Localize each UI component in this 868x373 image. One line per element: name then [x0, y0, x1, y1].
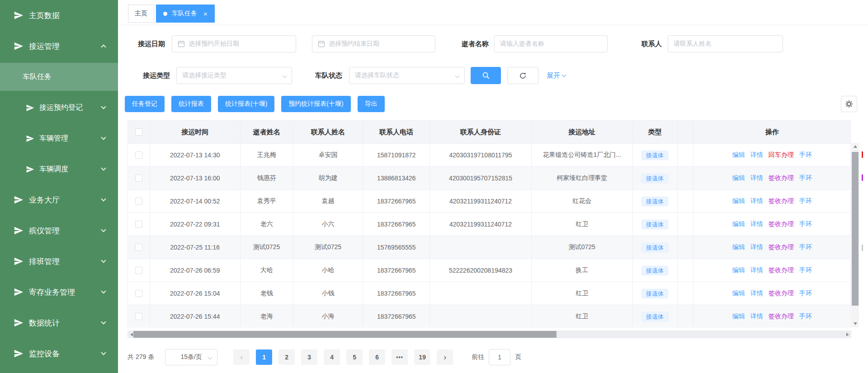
horizontal-scrollbar[interactable] — [127, 331, 851, 338]
wristband-link[interactable]: 手环 — [799, 266, 812, 274]
edit-link[interactable]: 编辑 — [732, 312, 745, 321]
edit-link[interactable]: 编辑 — [732, 197, 745, 205]
edit-link[interactable]: 编辑 — [732, 220, 745, 228]
wristband-link[interactable]: 手环 — [799, 151, 812, 159]
fleet-status-select[interactable]: 请选择车队状态 — [349, 67, 465, 84]
cell-deceased-name: 袁秀平 — [241, 190, 293, 212]
sidebar-item-业务大厅[interactable]: 业务大厅 — [0, 184, 118, 215]
contact-filter-label: 联系人 — [642, 40, 662, 48]
process-link[interactable]: 签收办理 — [769, 289, 794, 297]
page-button-6[interactable]: 6 — [369, 349, 385, 365]
date-end-input[interactable]: 选择预约结束日期 — [312, 35, 435, 52]
wristband-link[interactable]: 手环 — [799, 220, 812, 228]
prev-page-button[interactable]: ‹ — [233, 349, 250, 365]
refresh-button[interactable] — [507, 67, 538, 84]
detail-link[interactable]: 详情 — [750, 220, 763, 228]
page-button-3[interactable]: 3 — [301, 349, 317, 365]
page-button-1[interactable]: 1 — [256, 349, 272, 365]
tab-fleet-task[interactable]: 车队任务 × — [156, 5, 215, 23]
edit-link[interactable]: 编辑 — [732, 243, 745, 251]
edit-link[interactable]: 编辑 — [732, 266, 745, 274]
edit-link[interactable]: 编辑 — [732, 174, 745, 182]
goto-page-input[interactable] — [489, 349, 510, 365]
process-link[interactable]: 回车办理 — [769, 151, 794, 159]
scroll-up-button[interactable] — [851, 143, 859, 150]
row-checkbox[interactable] — [135, 198, 142, 205]
chevron-down-icon — [101, 319, 106, 324]
next-page-button[interactable]: › — [437, 349, 453, 365]
page-button-4[interactable]: 4 — [324, 349, 340, 365]
vertical-scrollbar-thumb[interactable] — [852, 152, 859, 306]
sidebar-item-监控设备[interactable]: 监控设备 — [0, 338, 118, 369]
sidebar-item-排班管理[interactable]: 排班管理 — [0, 246, 118, 277]
sidebar-item-车辆管理[interactable]: 车辆管理 — [0, 123, 118, 154]
page-ellipsis[interactable]: ••• — [392, 349, 408, 365]
sidebar-item-寄存业务管理[interactable]: 寄存业务管理 — [0, 277, 118, 307]
search-button[interactable] — [471, 67, 501, 84]
sidebar-item-接运预约登记[interactable]: 接运预约登记 — [0, 92, 118, 123]
sidebar-item-label: 业务大厅 — [29, 195, 60, 205]
row-checkbox[interactable] — [135, 175, 142, 182]
sidebar-item-殡仪管理[interactable]: 殡仪管理 — [0, 215, 118, 246]
row-checkbox[interactable] — [135, 267, 142, 274]
detail-link[interactable]: 详情 — [750, 312, 763, 321]
process-link[interactable]: 签收办理 — [769, 220, 794, 228]
paper-plane-icon — [26, 104, 34, 112]
column-settings-button[interactable] — [841, 96, 857, 112]
process-link[interactable]: 签收办理 — [769, 266, 794, 274]
pickup-type-select[interactable]: 请选择接运类型 — [176, 67, 292, 84]
cell-pickup-address: 换工 — [532, 259, 633, 282]
close-tab-icon[interactable]: × — [203, 10, 208, 18]
wristband-link[interactable]: 手环 — [799, 174, 812, 182]
page-button-19[interactable]: 19 — [414, 349, 430, 365]
contact-name-input[interactable]: 请联系人姓名 — [668, 35, 783, 52]
sidebar-item-数据统计[interactable]: 数据统计 — [0, 307, 118, 338]
cell-pickup-time: 2022-07-14 00:52 — [150, 190, 241, 212]
toolbar-button-导出[interactable]: 导出 — [358, 96, 385, 112]
detail-link[interactable]: 详情 — [750, 197, 763, 205]
vertical-scrollbar[interactable] — [851, 143, 859, 327]
detail-link[interactable]: 详情 — [750, 174, 763, 182]
process-link[interactable]: 签收办理 — [769, 312, 794, 321]
process-link[interactable]: 签收办理 — [769, 243, 794, 251]
toolbar-button-统计报表[interactable]: 统计报表 — [171, 96, 211, 112]
wristband-link[interactable]: 手环 — [799, 289, 812, 297]
wristband-link[interactable]: 手环 — [799, 243, 812, 251]
sidebar-item-车队任务[interactable]: 车队任务 — [0, 63, 118, 91]
page-button-5[interactable]: 5 — [346, 349, 363, 365]
deceased-name-input[interactable]: 请输入逝者名称 — [494, 35, 608, 52]
scroll-right-button[interactable] — [844, 331, 851, 338]
expand-filters-link[interactable]: 展开 — [547, 71, 566, 80]
process-link[interactable]: 签收办理 — [769, 197, 794, 205]
detail-link[interactable]: 详情 — [750, 243, 763, 251]
date-end-placeholder: 选择预约结束日期 — [329, 40, 379, 48]
page-button-2[interactable]: 2 — [278, 349, 295, 365]
cell-pickup-address: 测试0725 — [532, 236, 633, 259]
sidebar-item-车辆调度[interactable]: 车辆调度 — [0, 154, 118, 184]
tab-home[interactable]: 主页 — [128, 5, 154, 23]
select-all-checkbox[interactable] — [135, 128, 142, 136]
sidebar-item-接运管理[interactable]: 接运管理 — [0, 31, 118, 61]
detail-link[interactable]: 详情 — [750, 151, 763, 159]
toolbar-button-预约统计报表(十堰)[interactable]: 预约统计报表(十堰) — [281, 96, 350, 112]
row-checkbox[interactable] — [135, 313, 142, 320]
row-checkbox[interactable] — [135, 151, 142, 159]
toolbar-button-任务登记[interactable]: 任务登记 — [125, 96, 165, 112]
sidebar-item-主页数据[interactable]: 主页数据 — [0, 0, 118, 31]
process-link[interactable]: 签收办理 — [769, 174, 794, 182]
detail-link[interactable]: 详情 — [750, 266, 763, 274]
toolbar-button-统计报表(十堰)[interactable]: 统计报表(十堰) — [218, 96, 274, 112]
scroll-down-button[interactable] — [851, 320, 859, 327]
wristband-link[interactable]: 手环 — [799, 197, 812, 205]
edit-link[interactable]: 编辑 — [732, 289, 745, 297]
edit-link[interactable]: 编辑 — [732, 151, 745, 159]
date-start-input[interactable]: 选择预约开始日期 — [172, 35, 296, 52]
horizontal-scrollbar-thumb[interactable] — [133, 331, 557, 338]
row-checkbox[interactable] — [135, 290, 142, 297]
row-checkbox[interactable] — [135, 244, 142, 251]
row-checkbox[interactable] — [135, 221, 142, 228]
wristband-link[interactable]: 手环 — [799, 312, 812, 321]
row-checkbox-cell — [128, 236, 150, 259]
page-size-select[interactable]: 15条/页 — [165, 349, 217, 365]
detail-link[interactable]: 详情 — [750, 289, 763, 297]
